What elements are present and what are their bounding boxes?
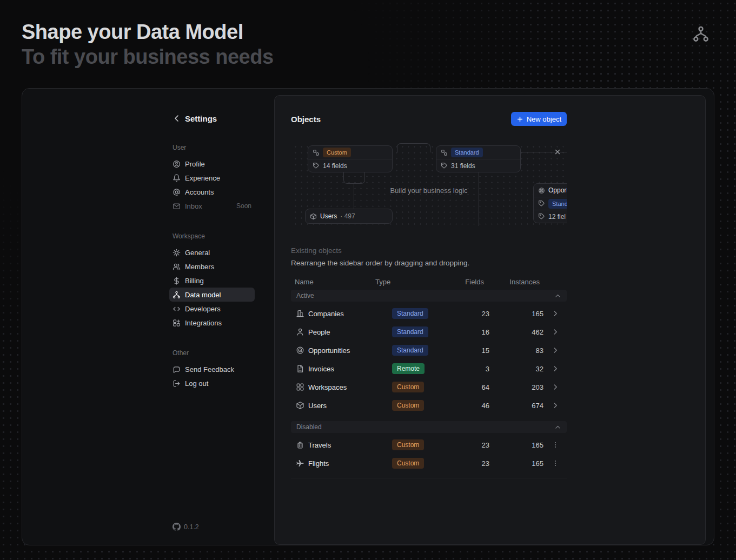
sidebar-item-inbox[interactable]: Inbox Soon	[169, 199, 255, 213]
objects-panel: Objects New object	[274, 95, 706, 545]
data-model-canvas: Custom 14 fields Standard	[291, 142, 567, 226]
kebab-menu-icon[interactable]	[552, 459, 559, 467]
tag-icon	[441, 162, 448, 169]
table-row-companies[interactable]: Companies Standard 23 165	[291, 304, 567, 323]
sidebar-item-members[interactable]: Members	[169, 259, 255, 274]
sidebar-item-developers[interactable]: Developers	[169, 302, 255, 316]
settings-window: Settings User Profile Experience Account…	[22, 88, 714, 545]
sidebar-item-accounts[interactable]: Accounts	[169, 185, 255, 199]
chevron-right-icon[interactable]	[552, 383, 559, 391]
object-name: Travels	[308, 441, 392, 449]
canvas-node-custom[interactable]: Custom 14 fields	[308, 145, 393, 172]
type-badge: Custom	[392, 400, 424, 411]
type-badge: Custom	[392, 382, 424, 392]
sidebar-item-label: Accounts	[185, 188, 214, 196]
type-badge: Custom	[392, 458, 424, 469]
fields-value: 16	[457, 328, 489, 336]
fields-value: 15	[457, 346, 489, 355]
table-row-invoices[interactable]: Invoices Remote 3 32	[291, 359, 567, 378]
instances-value: 674	[489, 402, 543, 410]
logout-icon	[173, 379, 181, 388]
shapes-icon	[313, 149, 320, 156]
active-rows: Companies Standard 23 165 People Standar…	[291, 304, 567, 415]
object-name: Workspaces	[308, 383, 392, 391]
object-name: Users	[308, 402, 392, 410]
object-name: People	[308, 328, 392, 336]
table-header: Name Type Fields Instances	[291, 276, 567, 288]
instances-value: 165	[489, 459, 543, 468]
bell-icon	[173, 174, 181, 182]
sidebar-item-log-out[interactable]: Log out	[169, 376, 255, 390]
hierarchy-icon	[173, 291, 181, 299]
sidebar-item-profile[interactable]: Profile	[169, 157, 255, 171]
page-headline: Shape your Data Model To fit your busine…	[22, 19, 274, 69]
headline-title: Shape your Data Model	[22, 19, 274, 44]
sidebar-item-experience[interactable]: Experience	[169, 171, 255, 185]
sidebar-item-billing[interactable]: Billing	[169, 274, 255, 288]
fields-value: 46	[457, 402, 489, 410]
table-row-opportunities[interactable]: Opportunities Standard 15 83	[291, 341, 567, 359]
type-badge: Stand	[548, 199, 567, 209]
table-row-workspaces[interactable]: Workspaces Custom 64 203	[291, 378, 567, 396]
canvas-node-users[interactable]: Users · 497	[305, 209, 393, 224]
object-name: Invoices	[308, 365, 392, 373]
section-label-user: User	[173, 144, 255, 151]
chevron-right-icon[interactable]	[552, 402, 559, 409]
canvas-node-standard[interactable]: Standard 31 fields	[436, 145, 521, 172]
table-bottom-divider	[291, 478, 567, 478]
connector-line	[397, 143, 430, 152]
chevron-right-icon[interactable]	[552, 328, 559, 336]
column-fields: Fields	[452, 278, 484, 286]
type-badge: Remote	[392, 363, 425, 374]
sidebar-item-data-model[interactable]: Data model	[169, 288, 255, 302]
fields-count: 12 fiel	[548, 213, 566, 221]
disabled-rows: Travels Custom 23 165 Flights Custom 23 …	[291, 436, 567, 472]
users-icon	[173, 263, 181, 271]
table-row-travels[interactable]: Travels Custom 23 165	[291, 436, 567, 454]
group-header-active[interactable]: Active	[291, 290, 567, 302]
new-object-button[interactable]: New object	[511, 112, 567, 126]
grid-icon	[296, 383, 304, 391]
chevron-right-icon[interactable]	[552, 365, 559, 372]
sidebar-item-label: Billing	[185, 277, 204, 285]
app-version[interactable]: 0.1.2	[173, 523, 199, 531]
sidebar-item-send-feedback[interactable]: Send Feedback	[169, 362, 255, 376]
tag-icon	[313, 162, 320, 169]
fields-value: 64	[457, 383, 489, 391]
plus-icon	[516, 116, 523, 123]
settings-title: Settings	[185, 114, 217, 123]
sidebar-item-integrations[interactable]: Integrations	[169, 316, 255, 330]
fields-count: 14 fields	[323, 162, 347, 170]
sidebar-item-label: General	[185, 249, 210, 257]
close-icon[interactable]	[554, 148, 561, 156]
existing-objects-subtitle: Rearrange the sidebar order by dragging …	[291, 259, 567, 267]
type-badge: Custom	[323, 148, 351, 157]
sidebar-item-general[interactable]: General	[169, 245, 255, 259]
instances-value: 462	[489, 328, 543, 336]
table-row-users[interactable]: Users Custom 46 674	[291, 396, 567, 415]
table-row-flights[interactable]: Flights Custom 23 165	[291, 454, 567, 472]
instances-value: 165	[489, 310, 543, 318]
column-name: Name	[291, 278, 375, 286]
group-label: Active	[296, 292, 314, 299]
chevron-right-icon[interactable]	[552, 346, 559, 354]
fields-value: 23	[457, 441, 489, 449]
plane-icon	[296, 459, 304, 468]
instances-value: 203	[489, 383, 543, 391]
table-row-people[interactable]: People Standard 16 462	[291, 323, 567, 341]
sidebar-item-label: Profile	[185, 160, 205, 168]
kebab-menu-icon[interactable]	[552, 441, 559, 449]
fields-value: 23	[457, 310, 489, 318]
chevron-right-icon[interactable]	[552, 310, 559, 317]
version-text: 0.1.2	[184, 523, 199, 531]
node-count: · 497	[340, 212, 355, 220]
canvas-node-opportunities[interactable]: Opportu Stand 12 fiel	[533, 183, 567, 223]
group-header-disabled[interactable]: Disabled	[291, 421, 567, 433]
type-badge: Custom	[392, 439, 424, 450]
existing-objects-title: Existing objects	[291, 246, 567, 255]
message-icon	[173, 365, 181, 374]
file-icon	[296, 364, 304, 373]
settings-back-button[interactable]: Settings	[169, 112, 255, 124]
instances-value: 32	[489, 365, 543, 373]
target-icon	[296, 346, 304, 355]
